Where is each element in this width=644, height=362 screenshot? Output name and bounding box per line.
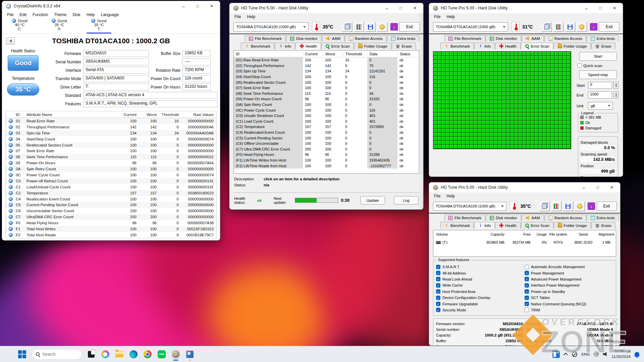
- tab[interactable]: AAM: [522, 215, 544, 221]
- table-row[interactable]: C6 Uncorrectable Sector Count 100 100 0 …: [6, 208, 216, 214]
- list-item[interactable]: (09) Power On Hours Count 96 96 0 31332 …: [234, 96, 419, 102]
- menu-item[interactable]: Function: [30, 12, 51, 18]
- tab[interactable]: Health: [495, 43, 520, 49]
- edge-button[interactable]: [129, 350, 138, 359]
- options-button[interactable]: [577, 22, 587, 32]
- tab[interactable]: Health: [296, 43, 321, 49]
- drive-select-dropdown[interactable]: TOSHIBA DT01ACA100 (1000 gB): [433, 22, 508, 32]
- minimize-icon[interactable]: [579, 3, 593, 13]
- health-status-button[interactable]: Good: [8, 55, 39, 71]
- table-row[interactable]: F1 Total Host Writes 100 100 0 00015F18D…: [6, 226, 216, 232]
- list-item[interactable]: (C1) Load Cycle Count 100 100 0 401 ok: [234, 119, 419, 124]
- maximize-icon[interactable]: [593, 3, 607, 13]
- exit-button[interactable]: Exit: [599, 22, 620, 32]
- tab[interactable]: File Benchmark: [444, 35, 485, 42]
- table-row[interactable]: C4 Reallocation Event Count 100 100 0 00…: [6, 196, 216, 202]
- table-row[interactable]: 03 Spin-Up Time 134 134 24 000300AA00AB: [6, 130, 216, 136]
- exit-button[interactable]: Exit: [399, 22, 420, 32]
- crystaldiskinfo-taskbar-button[interactable]: [185, 350, 195, 359]
- hdtune-taskbar-button[interactable]: [171, 350, 180, 359]
- menu-item[interactable]: Help: [443, 193, 458, 199]
- options-button[interactable]: [575, 201, 585, 211]
- list-item[interactable]: (C5) Current Pending Sector 100 100 0 0 …: [234, 135, 419, 141]
- menu-item[interactable]: File: [231, 14, 244, 20]
- tab[interactable]: Benchmark: [440, 222, 474, 229]
- tab[interactable]: Health: [495, 222, 520, 229]
- start-scan-button[interactable]: Start: [579, 52, 617, 61]
- minimize-icon[interactable]: [176, 1, 191, 11]
- tab[interactable]: Info: [474, 43, 495, 49]
- list-item[interactable]: (F2) LifeTime Reads from Host 100 100 0 …: [234, 163, 419, 169]
- line-button[interactable]: [157, 350, 166, 359]
- table-row[interactable]: 09 Power-On Hours 96 96 0 000000007A64: [6, 160, 216, 166]
- tab[interactable]: File Benchmark: [245, 35, 286, 42]
- copilot-button[interactable]: [101, 350, 110, 359]
- exit-button[interactable]: Exit: [597, 201, 617, 211]
- screenshot-button[interactable]: [389, 22, 399, 32]
- list-item[interactable]: (0A) Spin Retry Count 100 100 0 0 ok: [234, 102, 419, 108]
- log-button[interactable]: Log: [394, 196, 419, 204]
- feature-checkbox[interactable]: [436, 302, 440, 306]
- list-item[interactable]: (03) Spin Up Time 134 134 24 11141291 ok: [234, 68, 419, 74]
- list-item[interactable]: (08) Seek Time Performance 115 115 0 34 …: [234, 91, 419, 97]
- screenshot-button[interactable]: [586, 201, 597, 211]
- menu-item[interactable]: Help: [244, 14, 258, 20]
- network-globe-icon[interactable]: [594, 352, 599, 357]
- tray-overflow-chevron-icon[interactable]: [564, 353, 568, 357]
- maximize-icon[interactable]: [591, 183, 605, 192]
- copy-image-button[interactable]: [354, 22, 364, 32]
- tab[interactable]: Disk monitor: [486, 215, 521, 221]
- update-button[interactable]: Update: [360, 196, 385, 204]
- minimize-icon[interactable]: [380, 3, 394, 13]
- list-item[interactable]: (01) Raw Read Error Rate 100 100 16 0 ok: [234, 57, 419, 63]
- menu-item[interactable]: File: [431, 14, 443, 20]
- list-item[interactable]: (0C) Power Cycle Count 100 100 0 116 ok: [234, 107, 419, 113]
- table-row[interactable]: C1 Load/Unload Cycle Count 100 100 0 000…: [6, 184, 216, 190]
- feature-checkbox[interactable]: [436, 308, 440, 312]
- list-item[interactable]: (C6) Offline Uncorrectable 100 100 0 0 o…: [234, 141, 419, 146]
- tab[interactable]: Extra tests: [587, 35, 619, 42]
- menu-item[interactable]: Help: [443, 14, 458, 20]
- menu-item[interactable]: File: [431, 193, 443, 199]
- menu-item[interactable]: File: [4, 12, 16, 18]
- tab[interactable]: Erase: [591, 43, 615, 49]
- chrome-button[interactable]: [143, 350, 152, 359]
- close-icon[interactable]: [408, 3, 422, 13]
- copy-text-button[interactable]: [539, 201, 550, 211]
- close-icon[interactable]: [205, 1, 219, 11]
- feature-checkbox[interactable]: [525, 277, 529, 281]
- feature-checkbox[interactable]: [525, 283, 529, 288]
- taskbar-clock[interactable]: 10:55 AM 11/29/2024: [611, 349, 631, 359]
- drive-indicator[interactable]: Good 35 °C T:: [86, 18, 112, 34]
- tab[interactable]: Folder Usage: [554, 43, 591, 49]
- feature-checkbox[interactable]: [525, 308, 529, 312]
- tab[interactable]: AAM: [322, 35, 344, 42]
- table-row[interactable]: F0 Head Flying Hours 96 96 0 000000007A3…: [6, 220, 216, 226]
- feature-checkbox[interactable]: [436, 271, 440, 275]
- feature-checkbox[interactable]: [436, 265, 440, 269]
- tab[interactable]: Info: [275, 43, 295, 49]
- tab[interactable]: File Benchmark: [444, 215, 485, 221]
- close-icon[interactable]: [605, 183, 619, 192]
- start-button[interactable]: [17, 350, 27, 359]
- tab[interactable]: Benchmark: [241, 43, 274, 49]
- feature-checkbox[interactable]: [436, 289, 440, 294]
- tab[interactable]: Random Access: [544, 35, 586, 42]
- drive-select-dropdown[interactable]: TOSHIBA DT01ACA100 (1000 gB): [233, 22, 309, 32]
- task-view-button[interactable]: [87, 350, 96, 359]
- tab[interactable]: AAM: [522, 35, 544, 42]
- list-item[interactable]: (04) Start/Stop Count 100 100 0 116 ok: [234, 74, 419, 80]
- tab[interactable]: Disk monitor: [286, 35, 322, 42]
- menu-item[interactable]: Theme: [51, 12, 69, 18]
- table-row[interactable]: 02 Throughput Performance 142 142 0 0000…: [6, 124, 216, 130]
- tab[interactable]: Error Scan: [521, 222, 553, 229]
- table-row[interactable]: 08 Seek Time Performance 115 115 0 00000…: [6, 154, 216, 160]
- tab[interactable]: Disk monitor: [486, 35, 521, 42]
- feature-checkbox[interactable]: [436, 296, 440, 300]
- tab[interactable]: Extra tests: [387, 35, 419, 42]
- minimize-icon[interactable]: [577, 183, 591, 192]
- list-item[interactable]: (C7) Ultra DMA CRC Error Count 200 200 0…: [234, 146, 419, 152]
- options-button[interactable]: [377, 22, 387, 32]
- close-icon[interactable]: [607, 3, 622, 13]
- list-item[interactable]: (07) Seek Error Rate 100 100 0 0 ok: [234, 85, 419, 91]
